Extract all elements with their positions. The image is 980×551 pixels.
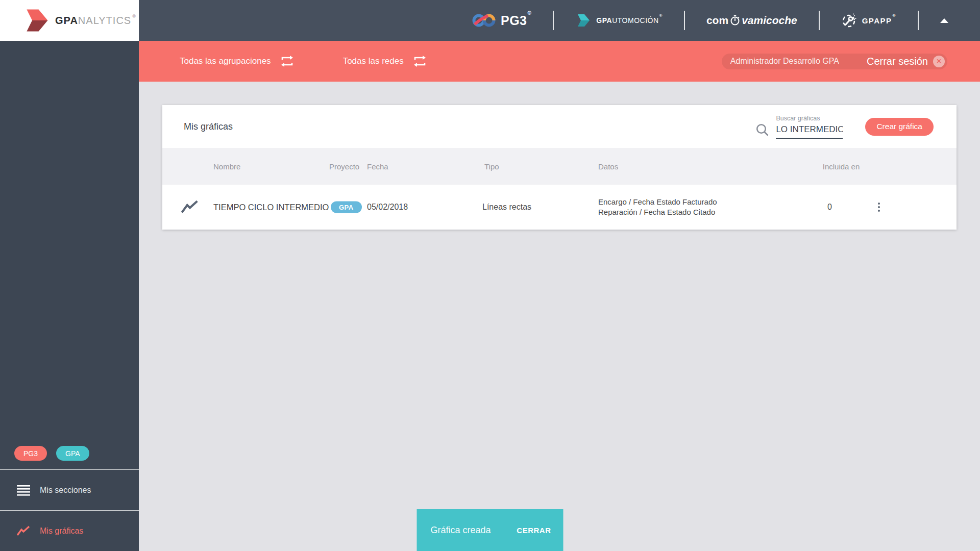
user-session-pill: Administrador Desarrollo GPA Cerrar sesi…	[722, 54, 947, 69]
comovamicoche-logo: com vamicoche	[706, 14, 797, 27]
column-header-proyecto: Proyecto	[329, 162, 359, 171]
table-header: Nombre Proyecto Fecha Tipo Datos Incluid…	[162, 148, 957, 185]
brand-rest: NALYTICS	[78, 15, 131, 27]
pg3-badge: PG3	[14, 446, 47, 461]
app-logo: GPANALYTICS®	[0, 0, 139, 41]
sidebar-item-label: Mis secciones	[40, 486, 91, 495]
chart-data-series: Encargo / Fecha Estado Facturado Reparac…	[598, 197, 717, 218]
gpapp-wrench-icon	[841, 12, 857, 29]
collapse-caret-icon[interactable]	[940, 18, 948, 23]
project-badge: GPA	[331, 202, 362, 213]
group-filter-label: Todas las agrupaciones	[180, 56, 271, 66]
snackbar-message: Gráfica creada	[431, 525, 491, 536]
row-kebab-menu-icon[interactable]	[874, 199, 884, 215]
swap-icon[interactable]	[280, 55, 294, 67]
swap-icon[interactable]	[413, 55, 427, 67]
column-header-incluida-en: Incluida en	[800, 162, 882, 171]
network-filter[interactable]: Todas las redes	[343, 55, 427, 67]
gpa-project-pill: GPA	[331, 202, 362, 213]
chart-date: 05/02/2018	[367, 203, 408, 212]
gpautomocion-arrow-icon	[575, 13, 592, 28]
snackbar: Gráfica creada CERRAR	[417, 509, 564, 551]
sidebar-badges: PG3 GPA	[0, 446, 139, 461]
create-chart-button[interactable]: Crear gráfica	[865, 118, 934, 136]
logout-close-icon[interactable]: ✕	[933, 56, 945, 67]
sidebar: PG3 GPA Mis secciones Mis gráficas	[0, 41, 139, 551]
line-chart-icon	[181, 199, 199, 215]
sidebar-item-mis-secciones[interactable]: Mis secciones	[0, 469, 139, 510]
data-series-1: Encargo / Fecha Estado Facturado	[598, 197, 717, 206]
column-header-tipo: Tipo	[484, 162, 499, 171]
charts-card: Mis gráficas Buscar gráficas Crear gráfi…	[162, 105, 957, 230]
comovamicoche-pre: com	[706, 14, 728, 27]
card-header: Mis gráficas Buscar gráficas Crear gráfi…	[162, 105, 957, 148]
user-name: Administrador Desarrollo GPA	[730, 57, 839, 66]
included-count: 0	[800, 203, 859, 212]
card-header-actions: Buscar gráficas Crear gráfica	[755, 115, 934, 139]
search-input[interactable]	[776, 123, 843, 139]
column-header-datos: Datos	[598, 162, 618, 171]
main-content: Mis gráficas Buscar gráficas Crear gráfi…	[139, 82, 980, 551]
line-chart-icon	[17, 525, 30, 537]
pg3-label: PG3®	[501, 13, 531, 28]
gpapp-label: GPAPP®	[862, 16, 896, 25]
topbar-divider	[819, 11, 820, 30]
gpautomocion-label: GPAUTOMOCIÓN®	[596, 16, 663, 24]
sidebar-item-mis-graficas[interactable]: Mis gráficas	[0, 510, 139, 551]
filter-bar: Todas las agrupaciones Todas las redes A…	[139, 41, 980, 82]
topbar-divider	[684, 11, 685, 30]
chart-type: Líneas rectas	[482, 203, 531, 212]
brand-name: GPANALYTICS®	[55, 15, 136, 27]
brand-registered-mark: ®	[132, 14, 136, 19]
pg3-logo: PG3®	[472, 12, 531, 29]
top-bar: PG3® GPAUTOMOCIÓN® com vamicoche GPAPP®	[139, 0, 980, 41]
column-header-fecha: Fecha	[367, 162, 388, 171]
network-filter-label: Todas las redes	[343, 56, 404, 66]
brand-bold: GPA	[55, 15, 78, 27]
page-title: Mis gráficas	[184, 121, 233, 132]
gpapp-logo: GPAPP®	[841, 12, 896, 29]
logout-button[interactable]: Cerrar sesión	[867, 56, 928, 67]
gpanalytics-arrow-icon	[23, 8, 50, 33]
search-label: Buscar gráficas	[776, 115, 843, 122]
snackbar-close-button[interactable]: CERRAR	[517, 526, 551, 535]
topbar-divider	[553, 11, 554, 30]
sections-list-icon	[17, 485, 30, 496]
clock-icon	[729, 15, 741, 26]
gpautomocion-logo: GPAUTOMOCIÓN®	[575, 13, 663, 28]
search-field: Buscar gráficas	[776, 115, 843, 139]
topbar-divider	[918, 11, 919, 30]
chart-name: TIEMPO CICLO INTERMEDIO	[213, 203, 329, 212]
comovamicoche-post: vamicoche	[742, 14, 797, 27]
pg3-infinity-icon	[472, 12, 496, 29]
gpa-badge: GPA	[56, 446, 89, 461]
data-series-2: Reparación / Fecha Estado Citado	[598, 208, 715, 216]
group-filter[interactable]: Todas las agrupaciones	[180, 55, 294, 67]
sidebar-bottom: PG3 GPA Mis secciones Mis gráficas	[0, 446, 139, 551]
column-header-nombre: Nombre	[213, 162, 240, 171]
sidebar-item-label: Mis gráficas	[40, 527, 83, 536]
search-icon[interactable]	[755, 123, 769, 137]
table-row[interactable]: TIEMPO CICLO INTERMEDIO GPA 05/02/2018 L…	[162, 185, 957, 230]
